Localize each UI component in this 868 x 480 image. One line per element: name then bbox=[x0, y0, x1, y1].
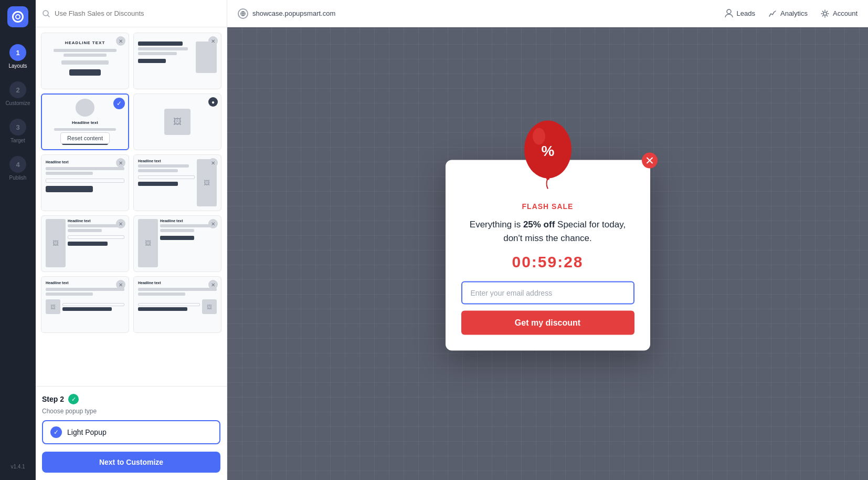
logo-icon bbox=[12, 11, 24, 23]
sidebar-item-layouts[interactable]: 1 Layouts bbox=[0, 38, 36, 75]
selected-check-icon: ✓ bbox=[113, 98, 125, 109]
layout-card[interactable]: ✕ HEADLINE TEXT bbox=[41, 33, 129, 89]
step2-label: Step 2 bbox=[42, 395, 64, 403]
canvas-area: showcase.popupsmart.com Leads Analytics bbox=[227, 0, 868, 480]
popup-body: FLASH SALE Everything is 25% off Special… bbox=[446, 192, 650, 351]
step2-header: Step 2 ✓ bbox=[42, 394, 220, 404]
layout-card[interactable]: ✕ Headline text 🖼 bbox=[41, 276, 129, 333]
close-icon: ✕ bbox=[208, 36, 218, 46]
layout-card[interactable]: ● 🖼 bbox=[133, 93, 221, 150]
step-4-label: Publish bbox=[9, 175, 27, 181]
close-icon: ✕ bbox=[208, 219, 218, 228]
step2-check-icon: ✓ bbox=[68, 394, 79, 404]
analytics-label: Analytics bbox=[780, 9, 808, 17]
step-3-label: Target bbox=[10, 138, 25, 143]
layout-card[interactable]: ✕ bbox=[133, 33, 221, 89]
svg-text:%: % bbox=[541, 143, 554, 159]
sidebar-nav: 1 Layouts 2 Customize 3 Target 4 Publish… bbox=[0, 0, 36, 480]
leads-icon bbox=[724, 9, 734, 18]
step-1-circle: 1 bbox=[9, 44, 26, 61]
layouts-panel: ✕ HEADLINE TEXT ✕ bbox=[36, 0, 227, 480]
sidebar-item-publish[interactable]: 4 Publish bbox=[0, 150, 36, 187]
flash-sale-badge: FLASH SALE bbox=[461, 202, 634, 211]
popup-close-button[interactable] bbox=[642, 153, 658, 169]
layout-card-selected[interactable]: ✓ Headline text Reset content bbox=[41, 93, 129, 150]
analytics-icon bbox=[768, 9, 777, 18]
topbar-right: Leads Analytics Account bbox=[724, 9, 858, 18]
close-icon: ✕ bbox=[208, 158, 218, 168]
svg-point-3 bbox=[823, 12, 827, 15]
step-1-label: Layouts bbox=[8, 63, 27, 69]
countdown-timer: 00:59:28 bbox=[461, 253, 634, 271]
layout-card[interactable]: ✕ 🖼 Headline text bbox=[41, 215, 129, 272]
svg-point-0 bbox=[16, 15, 20, 19]
leads-nav-item[interactable]: Leads bbox=[724, 9, 755, 18]
domain-text: showcase.popupsmart.com bbox=[252, 9, 335, 17]
svg-point-7 bbox=[546, 177, 549, 180]
version-label: v1.4.1 bbox=[10, 464, 25, 474]
popup-preview: % FLASH SALE Everything is 25% off Speci… bbox=[446, 160, 650, 351]
sidebar-item-target[interactable]: 3 Target bbox=[0, 112, 36, 150]
step-3-circle: 3 bbox=[9, 119, 26, 135]
topbar: showcase.popupsmart.com Leads Analytics bbox=[227, 0, 868, 27]
panel-header bbox=[36, 0, 227, 27]
search-icon bbox=[42, 9, 50, 18]
popup-description: Everything is 25% off Special for today,… bbox=[461, 218, 634, 245]
sidebar-item-customize[interactable]: 2 Customize bbox=[0, 75, 36, 112]
search-input[interactable] bbox=[55, 9, 220, 17]
reset-content-button[interactable]: Reset content bbox=[60, 132, 110, 144]
close-icon: ✕ bbox=[208, 280, 218, 289]
get-discount-button[interactable]: Get my discount bbox=[461, 311, 634, 335]
domain-icon bbox=[238, 8, 248, 19]
panel-bottom: Step 2 ✓ Choose popup type ✓ Light Popup… bbox=[36, 386, 227, 480]
layout-card[interactable]: ✕ Headline text 🖼 bbox=[133, 154, 221, 211]
popup-desc-bold: 25% off bbox=[523, 220, 555, 229]
reset-overlay: Reset content bbox=[42, 132, 128, 149]
layouts-grid: ✕ HEADLINE TEXT ✕ bbox=[36, 27, 227, 386]
step2-subtitle: Choose popup type bbox=[42, 408, 220, 415]
email-input[interactable] bbox=[461, 281, 634, 305]
layout-card[interactable]: ✕ Headline text 🖼 bbox=[133, 276, 221, 333]
popup-desc-plain: Everything is bbox=[470, 220, 523, 229]
account-nav-item[interactable]: Account bbox=[820, 9, 858, 18]
step-2-circle: 2 bbox=[9, 81, 26, 98]
layout-card[interactable]: ✕ Headline text bbox=[41, 154, 129, 211]
popup-type-selector[interactable]: ✓ Light Popup bbox=[42, 420, 220, 444]
next-to-customize-button[interactable]: Next to Customize bbox=[42, 452, 220, 473]
step-4-circle: 4 bbox=[9, 156, 26, 173]
popup-type-label: Light Popup bbox=[67, 428, 107, 436]
layout-card[interactable]: ✕ 🖼 Headline text bbox=[133, 215, 221, 272]
close-icon: ● bbox=[208, 97, 218, 107]
analytics-nav-item[interactable]: Analytics bbox=[768, 9, 808, 18]
balloon-graphic: % bbox=[519, 118, 577, 192]
gear-icon bbox=[820, 9, 830, 18]
leads-label: Leads bbox=[737, 9, 755, 17]
close-icon: ✕ bbox=[116, 36, 125, 46]
balloon-wrapper: % bbox=[446, 118, 650, 192]
app-logo[interactable] bbox=[7, 6, 28, 27]
popup-type-icon: ✓ bbox=[50, 426, 62, 438]
close-icon: ✕ bbox=[116, 280, 125, 289]
step-2-label: Customize bbox=[5, 100, 30, 106]
account-label: Account bbox=[833, 9, 858, 17]
close-icon: ✕ bbox=[116, 158, 125, 168]
close-icon: ✕ bbox=[116, 219, 125, 228]
domain-display: showcase.popupsmart.com bbox=[238, 8, 335, 19]
